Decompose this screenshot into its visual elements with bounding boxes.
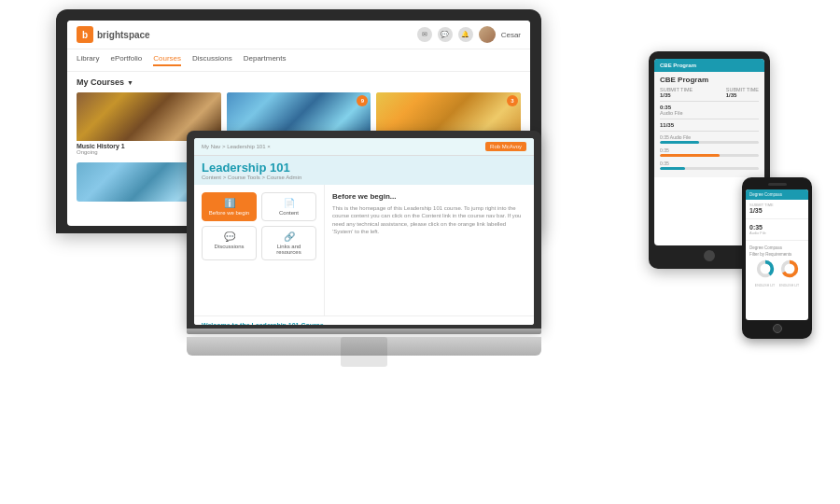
phone-stat-section: SUBMIT TIME 1/35 [746,200,808,217]
tablet-progress-bar-1 [660,141,759,144]
nav-library[interactable]: Library [77,54,99,66]
l101-user-badge: Rob McAvoy [485,142,526,151]
l101-tiles: ℹ️ Before we begin 📄 Content 💬 Discussio… [202,192,316,260]
avatar[interactable] [479,26,496,43]
tablet-stat-val-2: 1/35 [726,92,759,98]
phone-donut-label-2: ENGLISH LIT [779,284,800,287]
l101-left-panel: ℹ️ Before we begin 📄 Content 💬 Discussio… [194,185,325,315]
l101-header: My Nav > Leadership 101 × Rob McAvoy [194,138,534,156]
l101-right-panel: Before we begin... This is the homepage … [325,185,534,315]
phone-donut-row: ENGLISH LIT ENGLISH LIT [749,259,805,287]
laptop-screen-inner: My Nav > Leadership 101 × Rob McAvoy Lea… [194,138,534,325]
nav-courses[interactable]: Courses [153,54,181,66]
phone-divider-2 [746,240,808,241]
tablet-progress-label-2: 0:35 [660,147,759,153]
tablet-time-label-1: Audio File [660,110,682,116]
tablet-progress-fill-1 [660,141,699,144]
phone-header: Degree Compass [746,189,808,200]
donut-svg-2 [779,259,800,279]
content-icon: 📄 [266,198,312,208]
laptop-hinge [187,329,541,334]
tablet-stat-3: 0:35 Audio File [660,105,682,116]
l101-breadcrumb: Content > Course Tools > Course Admin [202,175,301,180]
phone-donut-2: ENGLISH LIT [779,259,800,287]
l101-nav-label: My Nav > Leadership 101 × [202,144,271,149]
laptop-body [187,337,541,356]
tablet-stat-row-1: SUBMIT TIME 1/35 SUBMIT TIME 1/35 [660,87,759,98]
bs-header-icons: ✉ 💬 🔔 Cesar [417,26,521,43]
bs-nav: Library ePortfolio Courses Discussions D… [67,49,530,72]
l101-section-text: This is the homepage of this Leadership … [332,204,526,236]
tablet-progress-bar-2 [660,154,759,157]
email-icon[interactable]: ✉ [417,27,432,42]
phone-stat-val-1: 1/35 [749,207,805,214]
phone-home-button[interactable] [773,324,782,333]
tablet-stat-val-1: 1/35 [660,92,693,98]
l101-title-row: Leadership 101 Content > Course Tools > … [194,156,534,185]
nav-discussions[interactable]: Discussions [192,54,232,66]
l101-welcome: Welcome to the Leadership 101 Course Thi… [194,315,534,325]
phone-outer: Degree Compass SUBMIT TIME 1/35 0:35 Aud… [742,177,812,339]
tablet-home-button[interactable] [704,250,715,261]
dropdown-icon[interactable]: ▼ [127,79,133,86]
tablet-progress-bar-3 [660,167,759,170]
tablet-header: CBE Program [654,59,764,72]
links-icon: 🔗 [266,231,312,242]
phone-divider-1 [746,218,808,219]
bs-logo-text: brightspace [97,30,150,40]
tablet-stat-1: SUBMIT TIME 1/35 [660,87,693,98]
discussions-icon: 💬 [206,231,252,242]
bs-header: b brightspace ✉ 💬 🔔 Cesar [67,21,530,49]
l101-title: Leadership 101 [202,161,301,175]
tablet-divider-3 [660,131,759,132]
l101-welcome-title: Welcome to the Leadership 101 Course [202,322,526,325]
tile-links[interactable]: 🔗 Links and resources [261,226,316,260]
course-badge-sandbox: 3 [507,95,518,106]
bs-logo-icon: b [77,26,93,43]
my-courses-label: My Courses ▼ [77,77,521,87]
phone-speaker [768,183,787,186]
username-label: Cesar [501,31,521,39]
tablet-progress-fill-3 [660,167,685,170]
tablet-progress-label-1: 0:35 Audio File [660,134,759,140]
bs-logo: b brightspace [77,26,150,43]
scene: b brightspace ✉ 💬 🔔 Cesar Library [0,0,840,504]
l101-title-area: Leadership 101 Content > Course Tools > … [202,161,301,180]
tablet-program-title: CBE Program [660,76,759,84]
phone-compass-subtitle: Filter by Requirements [749,252,805,257]
chat-icon[interactable]: 💬 [438,27,453,42]
tablet-progress-2: 0:35 [660,147,759,157]
tablet-stat-row-3: 11/35 [660,122,759,128]
laptop-screen-outer: My Nav > Leadership 101 × Rob McAvoy Lea… [187,131,541,329]
tile-before-begin[interactable]: ℹ️ Before we begin [202,192,257,221]
bell-icon[interactable]: 🔔 [458,27,473,42]
phone-donut-1: ENGLISH LIT [755,259,776,287]
phone-stat-label-2: Audio File [749,231,805,235]
l101-section-title: Before we begin... [332,192,526,201]
donut-svg-1 [755,259,776,279]
tablet-divider-1 [660,101,759,102]
tablet-progress-3: 0:35 [660,161,759,170]
phone-stat-section-2: 0:35 Audio File [746,221,808,238]
tile-discussions[interactable]: 💬 Discussions [202,226,257,260]
tablet-progress-label-3: 0:35 [660,161,759,166]
tablet-content: CBE Program SUBMIT TIME 1/35 SUBMIT TIME… [654,72,764,177]
nav-departments[interactable]: Departments [244,54,287,66]
tablet-stat-row-2: 0:35 Audio File [660,105,759,116]
phone-stat-val-2: 0:35 [749,224,805,231]
tile-content[interactable]: 📄 Content [261,192,316,221]
laptop: My Nav > Leadership 101 × Rob McAvoy Lea… [187,131,541,356]
phone-screen: Degree Compass SUBMIT TIME 1/35 0:35 Aud… [746,189,808,320]
tablet-progress-1: 0:35 Audio File [660,134,759,144]
tablet-stat-2: SUBMIT TIME 1/35 [726,87,759,98]
info-icon: ℹ️ [206,198,252,208]
l101-body: ℹ️ Before we begin 📄 Content 💬 Discussio… [194,185,534,315]
tablet-divider-2 [660,119,759,119]
phone-compass-title: Degree Compass [749,245,805,250]
laptop-trackpad [341,337,387,367]
phone-donut-label-1: ENGLISH LIT [755,284,776,287]
nav-eportfolio[interactable]: ePortfolio [110,54,142,66]
phone-compass-section: Degree Compass Filter by Requirements EN… [746,243,808,290]
tablet-progress-fill-2 [660,154,720,157]
phone: Degree Compass SUBMIT TIME 1/35 0:35 Aud… [742,177,812,339]
